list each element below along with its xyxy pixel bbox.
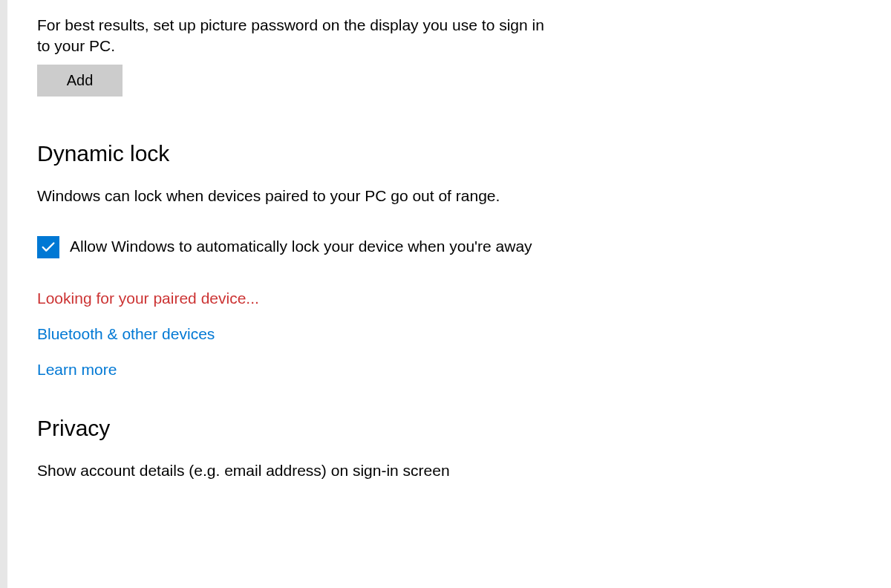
dynamic-lock-heading: Dynamic lock <box>37 141 861 166</box>
bluetooth-devices-link[interactable]: Bluetooth & other devices <box>37 325 861 343</box>
privacy-section: Privacy Show account details (e.g. email… <box>37 416 861 480</box>
pairing-status: Looking for your paired device... <box>37 290 861 307</box>
checkmark-icon <box>40 239 56 255</box>
picture-password-description: For best results, set up picture passwor… <box>37 15 557 57</box>
dynamic-lock-checkbox-label: Allow Windows to automatically lock your… <box>70 235 532 258</box>
dynamic-lock-description: Windows can lock when devices paired to … <box>37 187 861 205</box>
add-button[interactable]: Add <box>37 65 123 97</box>
dynamic-lock-checkbox[interactable] <box>37 236 59 258</box>
sidebar-edge <box>0 0 7 588</box>
learn-more-link[interactable]: Learn more <box>37 361 861 379</box>
privacy-heading: Privacy <box>37 416 861 441</box>
dynamic-lock-checkbox-row: Allow Windows to automatically lock your… <box>37 235 587 258</box>
privacy-description: Show account details (e.g. email address… <box>37 462 861 480</box>
settings-content: For best results, set up picture passwor… <box>7 0 891 588</box>
